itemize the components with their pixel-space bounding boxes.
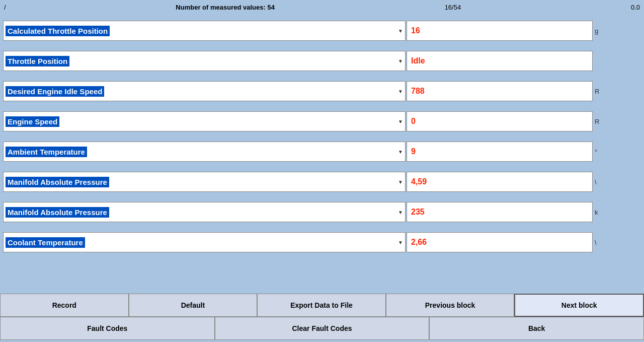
data-row-5: Manifold Absolute Pressure ▼ 4,59 \: [3, 167, 641, 196]
dropdown-4[interactable]: Ambient Temperature ▼: [3, 142, 406, 162]
chevron-down-icon-7: ▼: [398, 240, 403, 245]
data-row-1: Throttle Position ▼ Idle: [3, 46, 641, 76]
value-text-6: 235: [411, 208, 425, 217]
value-text-4: 9: [411, 147, 416, 156]
row-label-2: Desired Engine Idle Speed: [6, 86, 104, 97]
data-row-6: Manifold Absolute Pressure ▼ 235 k: [3, 197, 641, 227]
value-box-2: 788: [407, 81, 593, 101]
row-label-6: Manifold Absolute Pressure: [6, 207, 109, 218]
row-label-3: Engine Speed: [6, 116, 59, 127]
row-label-5: Manifold Absolute Pressure: [6, 177, 109, 187]
chevron-down-icon-2: ▼: [398, 89, 403, 94]
unit-2: R: [594, 88, 619, 95]
unit-3: R: [594, 118, 619, 125]
data-rows-container: Calculated Throttle Position ▼ 16 g Thro…: [0, 14, 644, 259]
default-button[interactable]: Default: [129, 294, 258, 317]
value-box-4: 9: [407, 142, 593, 162]
dropdown-2[interactable]: Desired Engine Idle Speed ▼: [3, 81, 406, 101]
fault-codes-button[interactable]: Fault Codes: [0, 317, 215, 340]
data-row-0: Calculated Throttle Position ▼ 16 g: [3, 16, 641, 45]
bottom-buttons-row2: Fault Codes Clear Fault Codes Back: [0, 317, 644, 340]
value-box-3: 0: [407, 111, 593, 131]
dropdown-7[interactable]: Coolant Temperature ▼: [3, 232, 406, 252]
header-slash: /: [4, 4, 6, 11]
dropdown-1[interactable]: Throttle Position ▼: [3, 51, 406, 71]
row-label-4: Ambient Temperature: [6, 147, 87, 157]
row-label-0: Calculated Throttle Position: [6, 26, 110, 36]
value-box-6: 235: [407, 202, 593, 222]
chevron-down-icon-0: ▼: [398, 28, 403, 34]
chevron-down-icon-5: ▼: [398, 179, 403, 185]
bottom-buttons-row1: Record Default Export Data to File Previ…: [0, 294, 644, 317]
chevron-down-icon-4: ▼: [398, 149, 403, 155]
next-block-button[interactable]: Next block: [514, 294, 644, 317]
page-indicator: 16/54: [445, 4, 461, 11]
dropdown-0[interactable]: Calculated Throttle Position ▼: [3, 21, 406, 41]
value-text-3: 0: [411, 117, 416, 126]
unit-0: g: [594, 27, 619, 35]
dropdown-3[interactable]: Engine Speed ▼: [3, 111, 406, 131]
value-box-7: 2,66: [407, 232, 593, 252]
dropdown-5[interactable]: Manifold Absolute Pressure ▼: [3, 172, 406, 192]
value-text-0: 16: [411, 26, 420, 35]
measured-values-label: Number of measured values: 54: [176, 4, 275, 11]
clear-fault-codes-button[interactable]: Clear Fault Codes: [215, 317, 430, 340]
chevron-down-icon-1: ▼: [398, 58, 403, 64]
unit-6: k: [594, 209, 619, 216]
unit-5: \: [594, 178, 619, 186]
chevron-down-icon-6: ▼: [398, 210, 403, 215]
value-text-1: Idle: [411, 56, 425, 65]
data-row-3: Engine Speed ▼ 0 R: [3, 107, 641, 136]
value-box-1: Idle: [407, 51, 593, 71]
record-button[interactable]: Record: [0, 294, 129, 317]
prev-block-button[interactable]: Previous block: [386, 294, 515, 317]
header-right-value: 0.0: [631, 4, 640, 11]
header-bar: / Number of measured values: 54 16/54 0.…: [0, 0, 644, 14]
value-text-2: 788: [411, 87, 425, 96]
value-text-7: 2,66: [411, 238, 427, 247]
data-row-4: Ambient Temperature ▼ 9 °: [3, 137, 641, 166]
chevron-down-icon-3: ▼: [398, 119, 403, 124]
unit-7: \: [594, 239, 619, 246]
back-button[interactable]: Back: [429, 317, 644, 340]
unit-4: °: [594, 148, 619, 156]
value-text-5: 4,59: [411, 177, 427, 186]
export-button[interactable]: Export Data to File: [257, 294, 386, 317]
dropdown-6[interactable]: Manifold Absolute Pressure ▼: [3, 202, 406, 222]
value-box-5: 4,59: [407, 172, 593, 192]
row-label-7: Coolant Temperature: [6, 237, 85, 248]
row-label-1: Throttle Position: [6, 56, 69, 66]
data-row-2: Desired Engine Idle Speed ▼ 788 R: [3, 77, 641, 106]
data-row-7: Coolant Temperature ▼ 2,66 \: [3, 228, 641, 257]
value-box-0: 16: [407, 21, 593, 41]
